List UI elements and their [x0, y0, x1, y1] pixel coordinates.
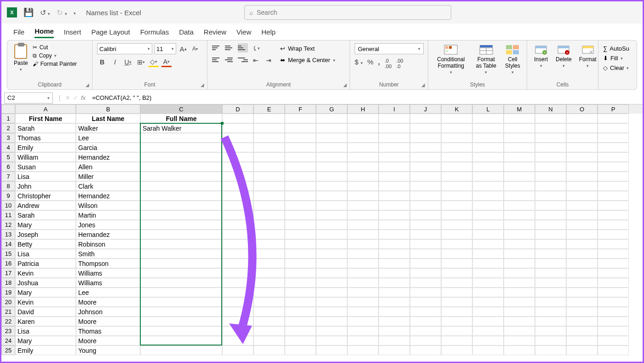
- cell-J9[interactable]: [410, 191, 441, 201]
- cell-H18[interactable]: [347, 278, 379, 288]
- cell-K24[interactable]: [441, 336, 472, 346]
- cell-P9[interactable]: [598, 191, 629, 201]
- cell-G4[interactable]: [316, 143, 347, 152]
- cell-H17[interactable]: [347, 268, 379, 278]
- cell-K3[interactable]: [441, 133, 472, 143]
- row-header-12[interactable]: 12: [1, 220, 15, 230]
- cell-E3[interactable]: [253, 133, 285, 143]
- row-header-23[interactable]: 23: [1, 326, 15, 336]
- cell-G19[interactable]: [316, 288, 347, 297]
- cell-M10[interactable]: [504, 201, 535, 210]
- cell-L21[interactable]: [472, 307, 504, 317]
- cell-K10[interactable]: [441, 201, 472, 210]
- number-dialog-launcher[interactable]: ◢: [421, 82, 425, 87]
- cell-L3[interactable]: [472, 133, 504, 143]
- cell-J19[interactable]: [410, 288, 441, 297]
- cell-C6[interactable]: [140, 162, 222, 172]
- cell-O4[interactable]: [566, 143, 598, 152]
- cell-E23[interactable]: [253, 326, 285, 336]
- cell-D1[interactable]: [222, 114, 253, 123]
- col-header-J[interactable]: J: [410, 104, 441, 114]
- cell-L12[interactable]: [472, 220, 504, 230]
- cell-L10[interactable]: [472, 201, 504, 210]
- row-header-19[interactable]: 19: [1, 288, 15, 297]
- cell-M25[interactable]: [504, 346, 535, 355]
- cell-J1[interactable]: [410, 114, 441, 123]
- cell-I1[interactable]: [379, 114, 410, 123]
- cell-F16[interactable]: [285, 259, 316, 268]
- cell-G11[interactable]: [316, 210, 347, 220]
- cell-A13[interactable]: Joseph: [15, 230, 76, 239]
- cell-L25[interactable]: [472, 346, 504, 355]
- cell-P8[interactable]: [598, 181, 629, 191]
- delete-cells-button[interactable]: × Delete▾: [554, 43, 574, 69]
- cell-I16[interactable]: [379, 259, 410, 268]
- cell-L6[interactable]: [472, 162, 504, 172]
- row-header-9[interactable]: 9: [1, 191, 15, 201]
- cell-B16[interactable]: Thompson: [76, 259, 140, 268]
- tab-review[interactable]: Review: [204, 26, 226, 38]
- cell-C5[interactable]: [140, 152, 222, 162]
- cell-F17[interactable]: [285, 268, 316, 278]
- cell-M6[interactable]: [504, 162, 535, 172]
- cell-G15[interactable]: [316, 249, 347, 259]
- cell-E7[interactable]: [253, 172, 285, 181]
- cell-B2[interactable]: Walker: [76, 123, 140, 133]
- format-as-table-button[interactable]: Format as Table▾: [473, 43, 500, 75]
- cell-N10[interactable]: [535, 201, 566, 210]
- cell-H4[interactable]: [347, 143, 379, 152]
- cell-N9[interactable]: [535, 191, 566, 201]
- cell-N25[interactable]: [535, 346, 566, 355]
- cell-J10[interactable]: [410, 201, 441, 210]
- cell-D20[interactable]: [222, 297, 253, 307]
- cell-M2[interactable]: [504, 123, 535, 133]
- cell-A9[interactable]: Christopher: [15, 191, 76, 201]
- cell-O10[interactable]: [566, 201, 598, 210]
- cell-L8[interactable]: [472, 181, 504, 191]
- col-header-A[interactable]: A: [15, 104, 76, 114]
- fill-color-button[interactable]: ◇ ▾: [149, 57, 159, 67]
- decrease-decimal-button[interactable]: .00.0: [396, 58, 403, 69]
- cell-L20[interactable]: [472, 297, 504, 307]
- col-header-B[interactable]: B: [76, 104, 140, 114]
- cell-E20[interactable]: [253, 297, 285, 307]
- cell-A7[interactable]: Lisa: [15, 172, 76, 181]
- row-header-16[interactable]: 16: [1, 259, 15, 268]
- cell-C20[interactable]: [140, 297, 222, 307]
- cell-K8[interactable]: [441, 181, 472, 191]
- cell-G14[interactable]: [316, 239, 347, 249]
- cell-G9[interactable]: [316, 191, 347, 201]
- cell-B4[interactable]: Garcia: [76, 143, 140, 152]
- cell-D21[interactable]: [222, 307, 253, 317]
- cell-H24[interactable]: [347, 336, 379, 346]
- cell-P22[interactable]: [598, 317, 629, 326]
- cell-styles-button[interactable]: Cell Styles▾: [503, 43, 522, 75]
- cell-M21[interactable]: [504, 307, 535, 317]
- cell-O20[interactable]: [566, 297, 598, 307]
- cell-M13[interactable]: [504, 230, 535, 239]
- cell-N6[interactable]: [535, 162, 566, 172]
- cell-L2[interactable]: [472, 123, 504, 133]
- number-format-dropdown[interactable]: General▾: [355, 43, 424, 54]
- cell-B9[interactable]: Hernandez: [76, 191, 140, 201]
- cell-F7[interactable]: [285, 172, 316, 181]
- cell-D10[interactable]: [222, 201, 253, 210]
- cell-D13[interactable]: [222, 230, 253, 239]
- cell-H6[interactable]: [347, 162, 379, 172]
- increase-font-button[interactable]: A▴: [178, 44, 188, 54]
- cell-B20[interactable]: Moore: [76, 297, 140, 307]
- cell-E25[interactable]: [253, 346, 285, 355]
- cell-D3[interactable]: [222, 133, 253, 143]
- cell-G24[interactable]: [316, 336, 347, 346]
- cell-K21[interactable]: [441, 307, 472, 317]
- col-header-H[interactable]: H: [347, 104, 379, 114]
- cell-E9[interactable]: [253, 191, 285, 201]
- cell-B15[interactable]: Smith: [76, 249, 140, 259]
- row-header-4[interactable]: 4: [1, 143, 15, 152]
- cell-K9[interactable]: [441, 191, 472, 201]
- cell-I19[interactable]: [379, 288, 410, 297]
- cell-K15[interactable]: [441, 249, 472, 259]
- cell-N24[interactable]: [535, 336, 566, 346]
- cell-P14[interactable]: [598, 239, 629, 249]
- cell-G22[interactable]: [316, 317, 347, 326]
